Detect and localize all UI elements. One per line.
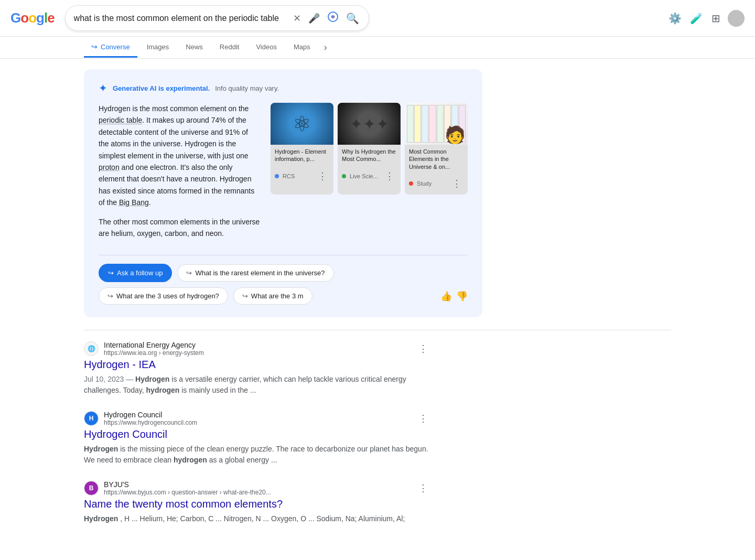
periodic-table-link[interactable]: periodic table [99, 116, 142, 124]
organic-results: 🌐 International Energy Agency https://ww… [84, 341, 430, 524]
result-item-byjus: B BYJU'S https://www.byjus.com › questio… [84, 480, 430, 524]
ai-image-card-1[interactable]: ⚛ Hydrogen - Element information, p... R… [271, 103, 333, 195]
ask-followup-label: Ask a follow up [117, 269, 163, 277]
result-menu-hc[interactable]: ⋮ [416, 411, 430, 426]
result-menu-iea[interactable]: ⋮ [416, 341, 430, 357]
result-title-byjus[interactable]: Name the twenty most common elements? [84, 498, 430, 510]
ai-content: Hydrogen is the most common element on t… [99, 103, 468, 246]
result-url-iea: https://www.iea.org › energy-system [104, 349, 411, 357]
tab-news[interactable]: News [178, 38, 210, 58]
clear-icon: ✕ [293, 13, 301, 24]
tab-reddit[interactable]: Reddit [212, 38, 247, 58]
lens-icon [327, 11, 339, 25]
result-snippet-bold1-byjus: Hydrogen [84, 514, 118, 523]
followup-bar: ↪ Ask a follow up ↪ What is the rarest e… [99, 255, 468, 305]
search-button[interactable]: 🔍 [345, 11, 360, 26]
proton-link[interactable]: proton [99, 163, 120, 171]
tab-videos[interactable]: Videos [249, 38, 284, 58]
result-title-hc[interactable]: Hydrogen Council [84, 428, 430, 440]
ai-quality-label: Info quality may vary. [215, 84, 279, 92]
image-menu-1[interactable]: ⋮ [316, 168, 329, 184]
result-site-info-iea: International Energy Agency https://www.… [104, 341, 411, 357]
ai-paragraph-1: Hydrogen is the most common element on t… [99, 103, 260, 209]
result-favicon-iea: 🌐 [84, 341, 99, 356]
source-dot-1 [275, 174, 279, 178]
clear-button[interactable]: ✕ [292, 12, 302, 25]
nav-tabs: ↪ Converse Images News Reddit Videos Map… [0, 37, 755, 59]
ask-followup-button[interactable]: ↪ Ask a follow up [99, 264, 172, 282]
svg-point-1 [331, 15, 335, 18]
followup-uses-button[interactable]: ↪ What are the 3 uses of hydrogen? [99, 287, 228, 305]
result-favicon-byjus: B [84, 481, 99, 496]
result-url-hc: https://www.hydrogencouncil.com [104, 419, 411, 426]
result-site-info-byjus: BYJU'S https://www.byjus.com › question-… [104, 480, 411, 496]
tab-reddit-label: Reddit [220, 43, 240, 51]
ai-text: Hydrogen is the most common element on t… [99, 103, 260, 246]
grid-icon: ⊞ [711, 12, 720, 25]
search-icons: ✕ 🎤 🔍 [292, 10, 360, 26]
ai-image-caption-2: Why Is Hydrogen the Most Commo... [338, 145, 401, 166]
result-date-iea: Jul 10, 2023 — [84, 375, 133, 383]
avatar[interactable] [728, 10, 745, 27]
result-snippet-bold1-iea: Hydrogen [135, 375, 169, 383]
converse-icon: ↪ [91, 42, 98, 51]
source-dot-2 [342, 174, 346, 178]
result-snippet-text1-byjus: , H ... Helium, He; Carbon, C ... Nitrog… [120, 514, 405, 523]
result-url-byjus: https://www.byjus.com › question-answer … [104, 489, 411, 496]
tab-converse[interactable]: ↪ Converse [84, 37, 137, 58]
tab-images[interactable]: Images [139, 38, 177, 58]
image-menu-3[interactable]: ⋮ [450, 176, 463, 191]
ai-image-caption-3: Most Common Elements in the Universe & o… [405, 145, 468, 174]
ai-image-caption-1: Hydrogen - Element information, p... [271, 145, 333, 166]
result-snippet-byjus: Hydrogen , H ... Helium, He; Carbon, C .… [84, 513, 430, 524]
labs-button[interactable]: 🧪 [689, 11, 704, 26]
ai-sparkle-icon: ✦ [99, 82, 107, 94]
result-snippet-bold2-hc: hydrogen [174, 456, 207, 464]
result-snippet-bold2-iea: hydrogen [146, 386, 180, 394]
result-item-iea: 🌐 International Energy Agency https://ww… [84, 341, 430, 396]
voice-search-button[interactable]: 🎤 [307, 12, 321, 25]
search-icon: 🔍 [346, 12, 359, 25]
ai-image-thumb-2: ✦✦✦ [338, 103, 401, 145]
result-snippet-bold1-hc: Hydrogen [84, 445, 118, 453]
followup-rarest-label: What is the rarest element in the univer… [195, 269, 325, 277]
result-header-hc: H Hydrogen Council https://www.hydrogenc… [84, 411, 430, 426]
apps-button[interactable]: ⊞ [710, 11, 721, 26]
thumbs-up-button[interactable]: 👍 [440, 290, 452, 302]
result-header-byjus: B BYJU'S https://www.byjus.com › questio… [84, 480, 430, 496]
lens-search-button[interactable] [326, 10, 340, 26]
iea-favicon-img: 🌐 [88, 345, 95, 352]
ai-image-cards: ⚛ Hydrogen - Element information, p... R… [271, 103, 468, 195]
followup-what3-button[interactable]: ↪ What are the 3 m [233, 287, 312, 305]
result-snippet-text2-hc: as a global energy ... [209, 456, 277, 464]
ai-image-thumb-3: 🧑 [405, 103, 468, 145]
main-content: ✦ Generative AI is experimental. Info qu… [0, 59, 755, 550]
ai-image-card-3[interactable]: 🧑 Most Common Elements in the Universe &… [405, 103, 468, 195]
ai-header: ✦ Generative AI is experimental. Info qu… [99, 82, 468, 94]
google-logo: Google [10, 10, 55, 26]
ai-answer-box: ✦ Generative AI is experimental. Info qu… [84, 69, 482, 317]
result-site-name-hc: Hydrogen Council [104, 411, 411, 419]
ai-image-source-3: Study ⋮ [405, 174, 468, 195]
big-bang-link[interactable]: Big Bang [119, 198, 149, 207]
followup-rarest-button[interactable]: ↪ What is the rarest element in the univ… [177, 264, 333, 282]
result-title-iea[interactable]: Hydrogen - IEA [84, 359, 430, 371]
microphone-icon: 🎤 [308, 13, 320, 24]
ai-image-thumb-1: ⚛ [271, 103, 333, 145]
nav-more-button[interactable]: › [320, 37, 331, 58]
labs-icon: 🧪 [690, 12, 703, 25]
followup-arrow-icon-2: ↪ [186, 269, 192, 277]
image-menu-2[interactable]: ⋮ [383, 168, 396, 184]
result-site-name-byjus: BYJU'S [104, 480, 411, 489]
result-menu-byjus[interactable]: ⋮ [416, 480, 430, 496]
result-favicon-hc: H [84, 411, 99, 426]
tab-maps[interactable]: Maps [286, 38, 318, 58]
search-input[interactable] [74, 14, 287, 23]
settings-button[interactable]: ⚙️ [667, 11, 683, 26]
thumbs-down-icon: 👎 [456, 291, 468, 301]
result-item-hc: H Hydrogen Council https://www.hydrogenc… [84, 411, 430, 466]
tab-images-label: Images [147, 43, 169, 51]
thumbs-down-button[interactable]: 👎 [456, 290, 468, 302]
source-dot-3 [409, 181, 413, 186]
ai-image-card-2[interactable]: ✦✦✦ Why Is Hydrogen the Most Commo... Li… [338, 103, 401, 195]
